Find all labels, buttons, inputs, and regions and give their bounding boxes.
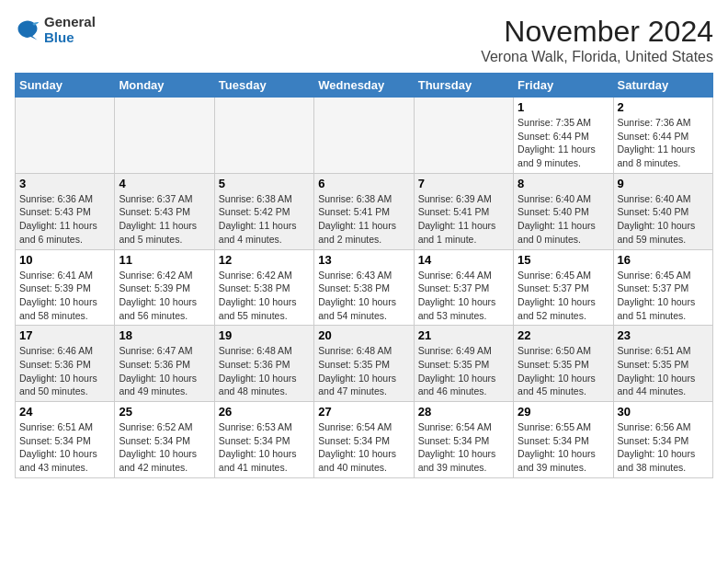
day-number: 9 [618, 177, 709, 190]
location-title: Verona Walk, Florida, United States [481, 49, 713, 65]
calendar-week-row: 17Sunrise: 6:46 AM Sunset: 5:36 PM Dayli… [16, 326, 713, 402]
day-info: Sunrise: 7:35 AM Sunset: 6:44 PM Dayligh… [518, 116, 609, 170]
logo: General Blue [15, 15, 96, 45]
day-number: 30 [618, 405, 709, 419]
calendar-cell: 21Sunrise: 6:49 AM Sunset: 5:35 PM Dayli… [414, 326, 513, 402]
day-info: Sunrise: 6:55 AM Sunset: 5:34 PM Dayligh… [518, 420, 609, 475]
calendar-cell: 7Sunrise: 6:39 AM Sunset: 5:41 PM Daylig… [414, 173, 513, 249]
day-number: 21 [418, 328, 509, 342]
day-number: 1 [518, 100, 609, 114]
calendar-cell [414, 98, 513, 174]
month-title: November 2024 [481, 15, 713, 49]
day-info: Sunrise: 6:43 AM Sunset: 5:38 PM Dayligh… [318, 269, 409, 323]
calendar-cell: 16Sunrise: 6:45 AM Sunset: 5:37 PM Dayli… [613, 249, 712, 326]
day-info: Sunrise: 6:48 AM Sunset: 5:35 PM Dayligh… [318, 344, 409, 398]
calendar-cell: 27Sunrise: 6:54 AM Sunset: 5:34 PM Dayli… [314, 402, 414, 478]
calendar-cell: 13Sunrise: 6:43 AM Sunset: 5:38 PM Dayli… [314, 249, 414, 326]
day-number: 25 [119, 405, 210, 419]
calendar-cell: 11Sunrise: 6:42 AM Sunset: 5:39 PM Dayli… [115, 249, 214, 326]
weekday-header: Friday [514, 74, 613, 98]
day-number: 23 [618, 328, 709, 342]
calendar-cell: 15Sunrise: 6:45 AM Sunset: 5:37 PM Dayli… [514, 249, 613, 326]
calendar-week-row: 24Sunrise: 6:51 AM Sunset: 5:34 PM Dayli… [16, 402, 713, 478]
day-info: Sunrise: 6:42 AM Sunset: 5:38 PM Dayligh… [219, 269, 310, 323]
weekday-header: Wednesday [314, 74, 414, 98]
day-info: Sunrise: 6:40 AM Sunset: 5:40 PM Dayligh… [518, 192, 609, 247]
day-number: 20 [318, 328, 409, 342]
calendar-cell [115, 98, 214, 174]
calendar-cell: 12Sunrise: 6:42 AM Sunset: 5:38 PM Dayli… [214, 249, 313, 326]
day-number: 18 [119, 328, 210, 342]
day-info: Sunrise: 6:51 AM Sunset: 5:34 PM Dayligh… [19, 420, 110, 475]
calendar-cell: 6Sunrise: 6:38 AM Sunset: 5:41 PM Daylig… [314, 173, 414, 249]
day-info: Sunrise: 6:50 AM Sunset: 5:35 PM Dayligh… [518, 344, 609, 398]
calendar-table: SundayMondayTuesdayWednesdayThursdayFrid… [15, 73, 713, 478]
logo-blue: Blue [44, 30, 96, 46]
weekday-header: Sunday [16, 74, 115, 98]
calendar-cell: 17Sunrise: 6:46 AM Sunset: 5:36 PM Dayli… [16, 326, 115, 402]
calendar-cell [314, 98, 414, 174]
calendar-cell: 23Sunrise: 6:51 AM Sunset: 5:35 PM Dayli… [613, 326, 712, 402]
day-number: 10 [19, 253, 110, 267]
day-number: 17 [19, 328, 110, 342]
day-number: 12 [219, 253, 310, 267]
day-info: Sunrise: 6:41 AM Sunset: 5:39 PM Dayligh… [19, 269, 110, 323]
day-number: 8 [518, 177, 609, 190]
day-number: 3 [19, 177, 110, 190]
day-number: 28 [418, 405, 509, 419]
day-number: 2 [618, 100, 709, 114]
day-info: Sunrise: 6:47 AM Sunset: 5:36 PM Dayligh… [119, 344, 210, 398]
day-info: Sunrise: 6:54 AM Sunset: 5:34 PM Dayligh… [418, 420, 509, 475]
calendar-cell: 22Sunrise: 6:50 AM Sunset: 5:35 PM Dayli… [514, 326, 613, 402]
calendar-cell: 2Sunrise: 7:36 AM Sunset: 6:44 PM Daylig… [613, 98, 712, 174]
logo-text: General Blue [44, 15, 96, 45]
day-number: 15 [518, 253, 609, 267]
day-number: 16 [618, 253, 709, 267]
weekday-header-row: SundayMondayTuesdayWednesdayThursdayFrid… [16, 74, 713, 98]
day-number: 22 [518, 328, 609, 342]
day-number: 29 [518, 405, 609, 419]
logo-general: General [44, 15, 96, 30]
day-info: Sunrise: 6:37 AM Sunset: 5:43 PM Dayligh… [119, 192, 210, 247]
day-info: Sunrise: 6:46 AM Sunset: 5:36 PM Dayligh… [19, 344, 110, 398]
weekday-header: Tuesday [214, 74, 313, 98]
calendar-cell: 4Sunrise: 6:37 AM Sunset: 5:43 PM Daylig… [115, 173, 214, 249]
logo-bird-icon [15, 17, 40, 43]
day-number: 7 [418, 177, 509, 190]
day-info: Sunrise: 6:40 AM Sunset: 5:40 PM Dayligh… [618, 192, 709, 247]
day-number: 14 [418, 253, 509, 267]
day-info: Sunrise: 6:52 AM Sunset: 5:34 PM Dayligh… [119, 420, 210, 475]
day-number: 19 [219, 328, 310, 342]
day-number: 24 [19, 405, 110, 419]
calendar-cell: 3Sunrise: 6:36 AM Sunset: 5:43 PM Daylig… [16, 173, 115, 249]
calendar-cell: 5Sunrise: 6:38 AM Sunset: 5:42 PM Daylig… [214, 173, 313, 249]
day-info: Sunrise: 6:53 AM Sunset: 5:34 PM Dayligh… [219, 420, 310, 475]
weekday-header: Saturday [613, 74, 712, 98]
calendar-cell: 29Sunrise: 6:55 AM Sunset: 5:34 PM Dayli… [514, 402, 613, 478]
calendar-cell: 18Sunrise: 6:47 AM Sunset: 5:36 PM Dayli… [115, 326, 214, 402]
day-number: 27 [318, 405, 409, 419]
day-info: Sunrise: 6:56 AM Sunset: 5:34 PM Dayligh… [618, 420, 709, 475]
calendar-week-row: 10Sunrise: 6:41 AM Sunset: 5:39 PM Dayli… [16, 249, 713, 326]
day-number: 11 [119, 253, 210, 267]
day-info: Sunrise: 6:54 AM Sunset: 5:34 PM Dayligh… [318, 420, 409, 475]
day-info: Sunrise: 7:36 AM Sunset: 6:44 PM Dayligh… [618, 116, 709, 170]
day-info: Sunrise: 6:45 AM Sunset: 5:37 PM Dayligh… [618, 269, 709, 323]
calendar-cell: 10Sunrise: 6:41 AM Sunset: 5:39 PM Dayli… [16, 249, 115, 326]
day-info: Sunrise: 6:48 AM Sunset: 5:36 PM Dayligh… [219, 344, 310, 398]
day-info: Sunrise: 6:45 AM Sunset: 5:37 PM Dayligh… [518, 269, 609, 323]
weekday-header: Thursday [414, 74, 513, 98]
day-number: 5 [219, 177, 310, 190]
title-area: November 2024 Verona Walk, Florida, Unit… [481, 15, 713, 65]
calendar-week-row: 3Sunrise: 6:36 AM Sunset: 5:43 PM Daylig… [16, 173, 713, 249]
day-number: 4 [119, 177, 210, 190]
page-header: General Blue November 2024 Verona Walk, … [15, 15, 713, 65]
day-info: Sunrise: 6:51 AM Sunset: 5:35 PM Dayligh… [618, 344, 709, 398]
calendar-cell: 14Sunrise: 6:44 AM Sunset: 5:37 PM Dayli… [414, 249, 513, 326]
day-info: Sunrise: 6:42 AM Sunset: 5:39 PM Dayligh… [119, 269, 210, 323]
day-info: Sunrise: 6:39 AM Sunset: 5:41 PM Dayligh… [418, 192, 509, 247]
day-info: Sunrise: 6:49 AM Sunset: 5:35 PM Dayligh… [418, 344, 509, 398]
calendar-cell [214, 98, 313, 174]
calendar-cell: 1Sunrise: 7:35 AM Sunset: 6:44 PM Daylig… [514, 98, 613, 174]
day-info: Sunrise: 6:38 AM Sunset: 5:42 PM Dayligh… [219, 192, 310, 247]
